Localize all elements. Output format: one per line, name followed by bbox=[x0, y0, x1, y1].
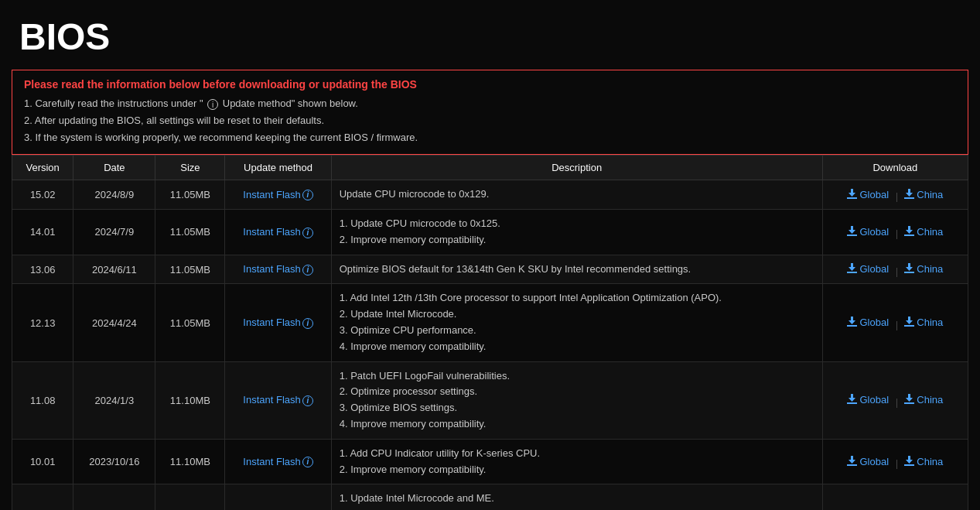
cell-description: 1. Patch UEFI LogoFail vulnerabilities.2… bbox=[331, 361, 822, 439]
download-global-btn[interactable]: Global bbox=[844, 392, 892, 407]
table-row: 11.082024/1/311.10MBInstant Flashi1. Pat… bbox=[12, 361, 968, 439]
download-global-btn[interactable]: Global bbox=[844, 262, 892, 276]
instant-flash-link[interactable]: Instant Flashi bbox=[243, 394, 312, 406]
cell-update-method[interactable]: Instant Flashi bbox=[225, 284, 331, 361]
cell-update-method[interactable]: Instant Flashi bbox=[225, 484, 331, 510]
svg-rect-8 bbox=[847, 272, 857, 273]
cell-version: 9.09 bbox=[12, 484, 73, 510]
cell-size: 11.05MB bbox=[155, 255, 225, 284]
download-global-label: Global bbox=[859, 189, 889, 200]
download-china-icon bbox=[904, 317, 914, 328]
download-global-btn[interactable]: Global bbox=[844, 187, 892, 202]
download-global-btn[interactable]: Global bbox=[844, 315, 892, 330]
cell-update-method[interactable]: Instant Flashi bbox=[225, 361, 331, 439]
svg-marker-5 bbox=[849, 226, 855, 234]
download-separator bbox=[896, 268, 897, 277]
cell-description: Update CPU microcode to 0x129. bbox=[331, 180, 822, 210]
cell-version: 14.01 bbox=[12, 210, 73, 255]
svg-marker-23 bbox=[906, 456, 913, 464]
cell-date: 2024/8/9 bbox=[73, 180, 155, 210]
svg-rect-20 bbox=[847, 464, 857, 466]
col-update-method: Update method bbox=[225, 156, 331, 180]
download-china-label: China bbox=[917, 226, 943, 238]
svg-marker-19 bbox=[906, 394, 913, 402]
cell-update-method[interactable]: Instant Flashi bbox=[225, 439, 331, 484]
download-china-icon bbox=[904, 226, 914, 238]
cell-download[interactable]: Global China bbox=[822, 180, 968, 210]
instant-flash-link[interactable]: Instant Flashi bbox=[243, 189, 312, 200]
cell-date: 2024/1/3 bbox=[73, 361, 155, 439]
cell-description: Optimize BIOS default for 13&14th Gen K … bbox=[331, 255, 822, 284]
download-separator bbox=[896, 460, 897, 469]
cell-date: 2023/9/28 bbox=[73, 484, 155, 510]
svg-rect-4 bbox=[847, 234, 857, 236]
table-row: 12.132024/4/2411.05MBInstant Flashi1. Ad… bbox=[12, 284, 968, 361]
cell-description: 1. Add Intel 12th /13th Core processor t… bbox=[331, 284, 822, 361]
cell-download[interactable]: Global China bbox=[822, 210, 968, 255]
cell-download[interactable]: Global China bbox=[822, 361, 968, 439]
cell-size: 11.05MB bbox=[155, 180, 225, 210]
cell-size: 11.05MB bbox=[155, 284, 225, 361]
col-download: Download bbox=[822, 156, 968, 180]
download-china-label: China bbox=[917, 263, 943, 275]
cell-version: 15.02 bbox=[12, 180, 73, 210]
download-global-label: Global bbox=[859, 226, 889, 238]
cell-version: 11.08 bbox=[12, 361, 73, 439]
download-global-icon bbox=[847, 189, 857, 200]
bios-table: Version Date Size Update method Descript… bbox=[12, 155, 968, 510]
instant-flash-link[interactable]: Instant Flashi bbox=[243, 226, 312, 238]
svg-marker-21 bbox=[849, 456, 855, 464]
download-separator bbox=[896, 193, 897, 202]
cell-download[interactable]: Global China bbox=[822, 439, 968, 484]
cell-download[interactable]: Global China bbox=[822, 484, 968, 510]
download-china-btn[interactable]: China bbox=[901, 224, 946, 239]
download-china-btn[interactable]: China bbox=[901, 262, 946, 276]
warning-text: 1. Carefully read the instructions under… bbox=[24, 95, 956, 146]
download-global-icon bbox=[847, 226, 857, 238]
download-global-icon bbox=[847, 263, 857, 275]
warning-box: Please read the information below before… bbox=[12, 70, 968, 155]
col-description: Description bbox=[331, 156, 822, 180]
cell-size: 11.10MB bbox=[155, 361, 225, 439]
svg-rect-12 bbox=[847, 325, 857, 327]
cell-version: 10.01 bbox=[12, 439, 73, 484]
svg-marker-11 bbox=[906, 263, 913, 271]
col-date: Date bbox=[73, 156, 155, 180]
cell-update-method[interactable]: Instant Flashi bbox=[225, 255, 331, 284]
download-china-btn[interactable]: China bbox=[901, 392, 946, 407]
download-china-label: China bbox=[917, 317, 943, 328]
download-global-label: Global bbox=[859, 456, 889, 467]
cell-date: 2024/7/9 bbox=[73, 210, 155, 255]
instant-flash-link[interactable]: Instant Flashi bbox=[243, 263, 312, 275]
download-global-btn[interactable]: Global bbox=[844, 454, 892, 469]
cell-download[interactable]: Global China bbox=[822, 255, 968, 284]
cell-version: 13.06 bbox=[12, 255, 73, 284]
cell-date: 2023/10/16 bbox=[73, 439, 155, 484]
download-china-icon bbox=[904, 394, 914, 406]
download-china-btn[interactable]: China bbox=[901, 315, 946, 330]
svg-rect-6 bbox=[904, 234, 914, 236]
cell-update-method[interactable]: Instant Flashi bbox=[225, 210, 331, 255]
cell-update-method[interactable]: Instant Flashi bbox=[225, 180, 331, 210]
cell-size: 11.05MB bbox=[155, 210, 225, 255]
download-china-icon bbox=[904, 189, 914, 200]
cell-description: 1. Update Intel Microcode and ME.2. Opti… bbox=[331, 484, 822, 510]
col-version: Version bbox=[12, 156, 73, 180]
table-row: 15.022024/8/911.05MBInstant FlashiUpdate… bbox=[12, 180, 968, 210]
page-title: BIOS bbox=[0, 0, 980, 70]
download-separator bbox=[896, 399, 897, 408]
download-global-btn[interactable]: Global bbox=[844, 224, 892, 239]
svg-rect-2 bbox=[904, 197, 914, 199]
download-global-label: Global bbox=[859, 394, 889, 406]
warning-title: Please read the information below before… bbox=[24, 78, 956, 91]
col-size: Size bbox=[155, 156, 225, 180]
download-china-btn[interactable]: China bbox=[901, 187, 946, 202]
cell-download[interactable]: Global China bbox=[822, 284, 968, 361]
download-china-btn[interactable]: China bbox=[901, 454, 946, 469]
table-row: 10.012023/10/1611.10MBInstant Flashi1. A… bbox=[12, 439, 968, 484]
instant-flash-link[interactable]: Instant Flashi bbox=[243, 456, 312, 467]
svg-rect-16 bbox=[847, 402, 857, 404]
cell-description: 1. Update CPU microcode to 0x125.2. Impr… bbox=[331, 210, 822, 255]
download-separator bbox=[896, 321, 897, 330]
instant-flash-link[interactable]: Instant Flashi bbox=[243, 317, 312, 328]
